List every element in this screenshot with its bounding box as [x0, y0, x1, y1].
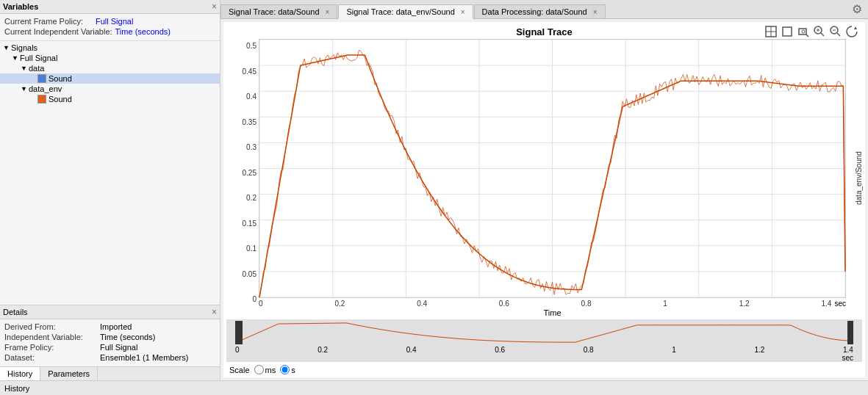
x-tick: 1.2: [739, 300, 750, 308]
tree-item-dataenv-sound[interactable]: Sound: [0, 94, 220, 104]
tab-data-processing--data-sound[interactable]: Data Processing: data/Sound×: [474, 4, 606, 18]
mini-x-tick: 1.2: [755, 346, 765, 354]
y-tick: 0.25: [243, 169, 257, 177]
frame-policy-value: Full Signal: [96, 17, 133, 26]
scale-ms-option[interactable]: ms: [254, 365, 276, 374]
tree-item-data-sound[interactable]: Sound: [0, 73, 220, 84]
tab-signal-trace--data-sound[interactable]: Signal Trace: data/Sound×: [220, 4, 337, 18]
main-plot-area: 0.50.450.40.350.30.250.20.150.10.050 00.…: [223, 39, 865, 318]
svg-marker-14: [854, 26, 857, 29]
tree-item-data[interactable]: ▼data: [0, 63, 220, 73]
y-axis-label: data_env/Sound: [852, 39, 865, 318]
detail-row: Dataset:Ensemble1 (1 Members): [4, 353, 215, 362]
frame-policy-label: Current Frame Policy:: [4, 17, 93, 26]
detail-row: Independent Variable:Time (seconds): [4, 333, 215, 341]
svg-rect-38: [235, 321, 243, 344]
chart-title-bar: Signal Trace: [223, 22, 865, 39]
y-tick: 0.05: [243, 270, 257, 278]
mini-x-tick: 0: [235, 346, 240, 354]
svg-line-5: [806, 35, 808, 37]
tab-close-button[interactable]: ×: [461, 8, 465, 16]
y-tick: 0: [252, 295, 257, 303]
detail-row: Derived From:Imported: [4, 322, 215, 331]
frame-policy-row: Current Frame Policy: Full Signal: [4, 17, 215, 26]
y-tick: 0.35: [243, 118, 257, 126]
signals-tree: ▼Signals▼Full Signal▼dataSound▼data_envS…: [0, 41, 220, 305]
scale-s-label: s: [291, 366, 295, 374]
details-tab-parameters[interactable]: Parameters: [40, 367, 98, 380]
variables-title: Variables: [3, 2, 38, 11]
mini-x-tick: 1: [672, 346, 676, 354]
tree-arrow-fullsignal: ▼: [12, 54, 18, 62]
pan-tool-button[interactable]: [764, 25, 778, 38]
zoom-out-button[interactable]: [828, 25, 843, 38]
variables-close-button[interactable]: ×: [212, 1, 217, 12]
mini-x-unit: sec: [226, 354, 862, 362]
detail-label: Independent Variable:: [4, 333, 100, 341]
tabs-bar: Signal Trace: data/Sound×Signal Trace: d…: [220, 0, 868, 19]
mini-x-tick: 0.2: [318, 346, 328, 354]
tree-label-fullsignal: Full Signal: [20, 54, 57, 62]
scale-s-radio[interactable]: [280, 365, 290, 374]
variables-panel-header: Variables ×: [0, 0, 220, 14]
x-tick: 0.8: [581, 300, 592, 308]
tab-signal-trace--data-env-sound[interactable]: Signal Trace: data_env/Sound×: [338, 4, 473, 19]
detail-label: Frame Policy:: [4, 343, 100, 352]
mini-x-tick: 0.8: [584, 346, 594, 354]
right-panel: Signal Trace: data/Sound×Signal Trace: d…: [220, 0, 868, 380]
zoom-rect-button[interactable]: [796, 25, 811, 38]
tab-close-button[interactable]: ×: [326, 8, 330, 16]
svg-point-6: [802, 30, 805, 33]
x-axis-container: 00.20.40.60.811.21.4 sec: [259, 298, 846, 308]
detail-value: Ensemble1 (1 Members): [100, 353, 188, 362]
tree-label-data: data: [29, 64, 44, 73]
tab-label: Signal Trace: data/Sound: [229, 7, 320, 16]
details-title: Details: [3, 308, 28, 316]
color-box-dataenv-sound: [37, 95, 46, 104]
bottom-bar: History: [0, 380, 868, 395]
scale-s-option[interactable]: s: [280, 365, 295, 374]
reset-view-button[interactable]: [844, 25, 859, 38]
tree-item-fullsignal[interactable]: ▼Full Signal: [0, 53, 220, 63]
y-tick: 0.1: [246, 244, 257, 253]
x-axis-unit: sec: [831, 300, 846, 308]
details-header: Details ×: [0, 305, 220, 319]
tab-settings-button[interactable]: ⚙: [846, 0, 868, 18]
color-box-data-sound: [37, 74, 46, 83]
details-close-button[interactable]: ×: [212, 307, 217, 317]
chart-container: Signal Trace: [223, 22, 865, 377]
independent-var-label: Current Independent Variable:: [4, 27, 112, 36]
tree-arrow-data_env: ▼: [21, 85, 26, 93]
details-panel: Details × Derived From:ImportedIndepende…: [0, 305, 220, 380]
mini-x-tick: 1.4: [843, 346, 853, 354]
svg-rect-36: [847, 321, 853, 344]
detail-value: Full Signal: [100, 343, 137, 352]
tree-label-data-sound: Sound: [49, 74, 72, 83]
scale-bar: Scale ms s: [223, 362, 865, 377]
y-tick: 0.4: [246, 93, 257, 101]
tree-item-signals[interactable]: ▼Signals: [0, 43, 220, 53]
tree-item-data_env[interactable]: ▼data_env: [0, 84, 220, 94]
x-tick: 0.2: [334, 300, 345, 308]
mini-x-tick: 0.4: [406, 346, 417, 354]
y-axis: 0.50.450.40.350.30.250.20.150.10.050: [223, 39, 259, 318]
zoom-in-button[interactable]: [812, 25, 827, 38]
mini-x-tick: 0.6: [495, 346, 505, 354]
tab-close-button[interactable]: ×: [593, 8, 598, 16]
y-tick: 0.2: [246, 194, 257, 202]
scale-ms-radio[interactable]: [254, 365, 264, 374]
x-tick: 1: [663, 300, 667, 308]
x-tick: 1.4: [821, 300, 831, 308]
svg-line-12: [837, 33, 840, 36]
left-panel: Variables × Current Frame Policy: Full S…: [0, 0, 220, 380]
main-container: Variables × Current Frame Policy: Full S…: [0, 0, 868, 380]
x-tick: 0.4: [417, 300, 427, 308]
x-tick: 0: [259, 300, 263, 308]
details-tab-history[interactable]: History: [0, 367, 40, 380]
details-content: Derived From:ImportedIndependent Variabl…: [0, 319, 220, 366]
select-tool-button[interactable]: [780, 25, 795, 38]
svg-line-8: [821, 33, 824, 36]
tree-arrow-data: ▼: [21, 65, 26, 72]
y-tick: 0.15: [243, 220, 257, 228]
tree-arrow-signals: ▼: [3, 44, 9, 51]
